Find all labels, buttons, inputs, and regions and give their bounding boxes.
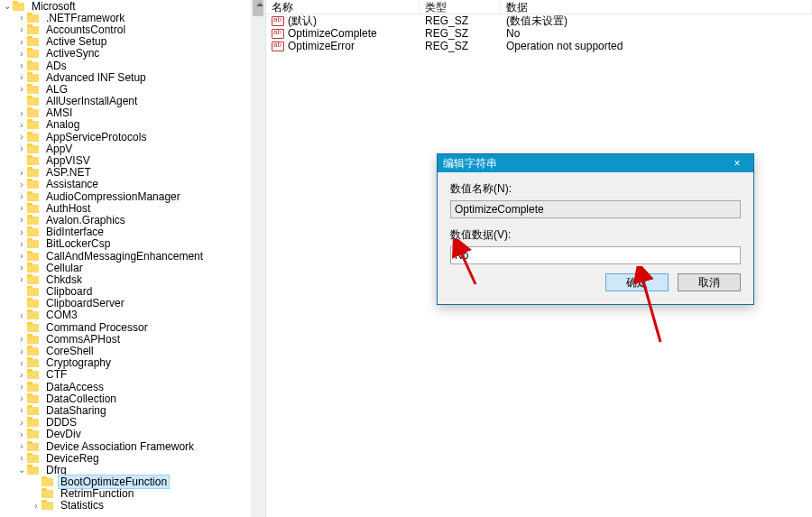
chevron-right-icon[interactable]: ›	[16, 452, 27, 464]
chevron-down-icon[interactable]: ⌄	[16, 464, 27, 475]
chevron-right-icon[interactable]: ›	[16, 404, 27, 416]
value-row[interactable]: (默认)REG_SZ(数值未设置)	[266, 14, 812, 27]
tree-node[interactable]: ›AppServiceProtocols	[2, 131, 265, 143]
col-header-name[interactable]: 名称	[266, 0, 420, 14]
tree-node[interactable]: ›.NETFramework	[2, 12, 265, 23]
chevron-right-icon[interactable]: ›	[16, 12, 27, 23]
tree-node[interactable]: ›BidInterface	[2, 226, 265, 238]
chevron-right-icon[interactable]: ›	[16, 417, 27, 429]
tree-node[interactable]: ›ASP.NET	[2, 167, 265, 179]
chevron-right-icon[interactable]: ›	[16, 309, 27, 321]
col-header-data[interactable]: 数据	[501, 0, 812, 14]
tree-node[interactable]: ›Active Setup	[2, 36, 265, 48]
value-row[interactable]: OptimizeCompleteREG_SZNo	[266, 27, 812, 40]
value-type: REG_SZ	[420, 40, 501, 52]
tree-node[interactable]: ›DDDS	[2, 417, 265, 429]
tree-node[interactable]: BootOptimizeFunction	[2, 476, 265, 488]
folder-icon	[27, 215, 41, 226]
cancel-button[interactable]: 取消	[678, 273, 741, 291]
chevron-right-icon[interactable]: ›	[16, 119, 27, 131]
tree-node[interactable]: ›Cryptography	[2, 357, 265, 369]
tree-node[interactable]: ›BitLockerCsp	[2, 238, 265, 250]
chevron-right-icon[interactable]: ›	[16, 36, 27, 48]
tree-node[interactable]: ›AccountsControl	[2, 23, 265, 35]
col-header-type[interactable]: 类型	[420, 0, 501, 14]
tree-node[interactable]: ›Avalon.Graphics	[2, 214, 265, 226]
value-row[interactable]: OptimizeErrorREG_SZOperation not support…	[266, 40, 812, 52]
chevron-right-icon[interactable]: ›	[16, 167, 27, 179]
value-name: OptimizeError	[288, 40, 355, 52]
folder-icon	[27, 24, 41, 35]
folder-icon	[27, 286, 41, 297]
chevron-right-icon[interactable]: ›	[16, 214, 27, 226]
tree-node[interactable]: ›Chkdsk	[2, 273, 265, 285]
tree-node[interactable]: ›AuthHost	[2, 202, 265, 214]
tree-scrollbar[interactable]	[251, 0, 265, 517]
chevron-right-icon[interactable]: ›	[16, 238, 27, 250]
chevron-right-icon[interactable]: ›	[16, 262, 27, 273]
chevron-right-icon[interactable]: ›	[31, 500, 42, 512]
chevron-right-icon[interactable]: ›	[16, 273, 27, 285]
tree-node[interactable]: ›Device Association Framework	[2, 440, 265, 452]
tree-node[interactable]: ›AMSI	[2, 107, 265, 119]
tree-node[interactable]: ›AudioCompressionManager	[2, 190, 265, 202]
folder-icon	[27, 429, 41, 439]
chevron-right-icon[interactable]: ›	[16, 392, 27, 404]
tree-node[interactable]: ›DeviceReg	[2, 452, 265, 464]
folder-icon	[27, 417, 41, 428]
tree-node[interactable]: ›Analog	[2, 119, 265, 131]
tree-node[interactable]: ›DevDiv	[2, 429, 265, 440]
tree-node[interactable]: ›ADs	[2, 60, 265, 71]
tree-node[interactable]: ›CTF	[2, 369, 265, 381]
close-icon[interactable]: ×	[726, 157, 748, 170]
chevron-right-icon[interactable]: ›	[16, 346, 27, 357]
chevron-right-icon[interactable]: ›	[16, 23, 27, 35]
tree-node[interactable]: ClipboardServer	[2, 298, 265, 309]
value-data-field[interactable]	[450, 246, 741, 264]
tree-node[interactable]: AppVISV	[2, 154, 265, 166]
tree-node[interactable]: ›Advanced INF Setup	[2, 71, 265, 83]
chevron-right-icon[interactable]: ›	[16, 202, 27, 214]
tree-node[interactable]: ›COM3	[2, 309, 265, 321]
chevron-right-icon[interactable]: ›	[16, 48, 27, 60]
chevron-down-icon[interactable]: ⌄	[2, 0, 13, 12]
chevron-right-icon[interactable]: ›	[16, 357, 27, 369]
tree-node[interactable]: ›CommsAPHost	[2, 333, 265, 345]
tree-node[interactable]: ⌄Dfrg	[2, 464, 265, 475]
tree-node[interactable]: ›AppV	[2, 143, 265, 154]
chevron-right-icon[interactable]: ›	[16, 440, 27, 452]
tree-node-label: .NETFramework	[44, 12, 126, 24]
tree-node[interactable]: ›CallAndMessagingEnhancement	[2, 250, 265, 262]
tree-node[interactable]: ›DataAccess	[2, 381, 265, 392]
chevron-right-icon[interactable]: ›	[16, 71, 27, 83]
chevron-right-icon[interactable]: ›	[16, 250, 27, 262]
chevron-right-icon[interactable]: ›	[16, 83, 27, 95]
chevron-right-icon[interactable]: ›	[16, 429, 27, 440]
chevron-right-icon[interactable]: ›	[16, 179, 27, 190]
dialog-titlebar[interactable]: 编辑字符串 ×	[438, 154, 753, 172]
tree-node[interactable]: ›Cellular	[2, 262, 265, 273]
tree-node[interactable]: Command Processor	[2, 321, 265, 333]
chevron-right-icon[interactable]: ›	[16, 190, 27, 202]
chevron-right-icon[interactable]: ›	[16, 369, 27, 381]
tree-node[interactable]: ›CoreShell	[2, 345, 265, 356]
chevron-right-icon[interactable]: ›	[16, 333, 27, 345]
chevron-right-icon[interactable]: ›	[16, 381, 27, 392]
tree-node[interactable]: ›ALG	[2, 83, 265, 95]
tree-node[interactable]: ⌄Microsoft	[2, 0, 265, 12]
tree-node[interactable]: ›Statistics	[2, 500, 265, 512]
tree-node[interactable]: ›ActiveSync	[2, 48, 265, 60]
tree-node[interactable]: ›DataSharing	[2, 404, 265, 416]
tree-node[interactable]: ›Assistance	[2, 179, 265, 190]
tree-node[interactable]: Clipboard	[2, 286, 265, 298]
chevron-right-icon[interactable]: ›	[16, 107, 27, 119]
chevron-right-icon[interactable]: ›	[16, 143, 27, 154]
tree-node[interactable]: RetrimFunction	[2, 488, 265, 500]
tree-node[interactable]: ›DataCollection	[2, 392, 265, 404]
chevron-right-icon[interactable]: ›	[16, 131, 27, 143]
tree-node[interactable]: AllUserInstallAgent	[2, 96, 265, 107]
value-data: Operation not supported	[501, 40, 812, 52]
ok-button[interactable]: 确定	[605, 273, 669, 291]
chevron-right-icon[interactable]: ›	[16, 60, 27, 71]
chevron-right-icon[interactable]: ›	[16, 226, 27, 238]
